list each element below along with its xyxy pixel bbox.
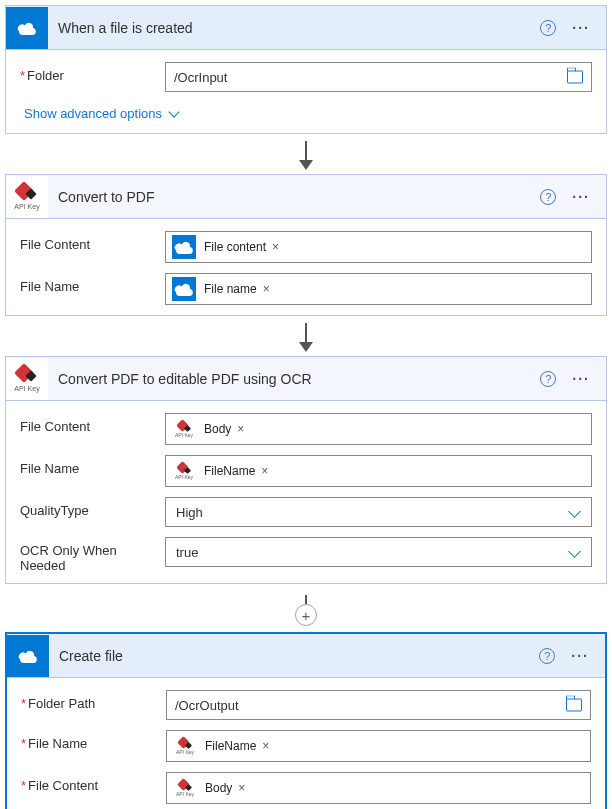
card-header[interactable]: API Key Convert to PDF ? ···	[6, 175, 606, 219]
apikey-mini-icon: API Key	[173, 734, 197, 758]
advanced-label: Show advanced options	[24, 106, 162, 121]
token-file-content[interactable]: File content ×	[172, 235, 287, 259]
filename-input[interactable]: File name ×	[165, 273, 592, 305]
onedrive-icon	[172, 235, 196, 259]
remove-token-icon[interactable]: ×	[238, 781, 245, 795]
convert-to-pdf-card: API Key Convert to PDF ? ··· File Conten…	[5, 174, 607, 316]
help-icon[interactable]: ?	[540, 20, 556, 36]
remove-token-icon[interactable]: ×	[272, 240, 279, 254]
onedrive-icon	[172, 277, 196, 301]
qualitytype-label: QualityType	[20, 497, 165, 518]
filecontent-input[interactable]: API Key Body ×	[165, 413, 592, 445]
create-file-card: Create file ? ··· Folder Path /OcrOutput…	[5, 632, 607, 809]
folder-picker-icon[interactable]	[566, 699, 582, 712]
more-menu[interactable]: ···	[570, 189, 592, 205]
filename-input[interactable]: API Key FileName ×	[166, 730, 591, 762]
filecontent-label: File Content	[21, 772, 166, 793]
ocronly-label: OCR Only When Needed	[20, 537, 165, 573]
folder-input[interactable]: /OcrInput	[165, 62, 592, 92]
trigger-card: When a file is created ? ··· Folder /Ocr…	[5, 5, 607, 134]
onedrive-icon	[6, 7, 48, 49]
card-title: Convert to PDF	[58, 189, 540, 205]
card-title: When a file is created	[58, 20, 540, 36]
ocronly-select[interactable]: true	[165, 537, 592, 567]
card-title: Create file	[59, 648, 539, 664]
filename-label: File Name	[20, 273, 165, 294]
card-title: Convert PDF to editable PDF using OCR	[58, 371, 540, 387]
help-icon[interactable]: ?	[540, 189, 556, 205]
onedrive-icon	[7, 635, 49, 677]
folderpath-label: Folder Path	[21, 690, 166, 711]
filename-label: File Name	[21, 730, 166, 751]
apikey-icon: API Key	[6, 358, 48, 400]
more-menu[interactable]: ···	[569, 648, 591, 664]
card-header[interactable]: Create file ? ···	[7, 634, 605, 678]
token-filename[interactable]: API Key FileName ×	[173, 734, 277, 758]
folder-value: /OcrInput	[174, 70, 227, 85]
card-header[interactable]: API Key Convert PDF to editable PDF usin…	[6, 357, 606, 401]
filecontent-input[interactable]: API Key Body ×	[166, 772, 591, 804]
apikey-mini-icon: API Key	[173, 776, 197, 800]
apikey-mini-icon: API Key	[172, 417, 196, 441]
remove-token-icon[interactable]: ×	[261, 464, 268, 478]
token-filename[interactable]: API Key FileName ×	[172, 459, 276, 483]
more-menu[interactable]: ···	[570, 20, 592, 36]
remove-token-icon[interactable]: ×	[237, 422, 244, 436]
add-step-button[interactable]: +	[295, 604, 317, 626]
filename-label: File Name	[20, 455, 165, 476]
token-body[interactable]: API Key Body ×	[173, 776, 253, 800]
filecontent-label: File Content	[20, 231, 165, 252]
folder-label: Folder	[20, 62, 165, 83]
filename-input[interactable]: API Key FileName ×	[165, 455, 592, 487]
remove-token-icon[interactable]: ×	[262, 739, 269, 753]
card-header[interactable]: When a file is created ? ···	[6, 6, 606, 50]
convert-ocr-card: API Key Convert PDF to editable PDF usin…	[5, 356, 607, 584]
filecontent-label: File Content	[20, 413, 165, 434]
ocronly-value: true	[176, 545, 198, 560]
connector-arrow	[5, 134, 607, 174]
remove-token-icon[interactable]: ×	[263, 282, 270, 296]
help-icon[interactable]: ?	[539, 648, 555, 664]
folderpath-input[interactable]: /OcrOutput	[166, 690, 591, 720]
connector-arrow	[5, 316, 607, 356]
token-file-name[interactable]: File name ×	[172, 277, 278, 301]
folderpath-value: /OcrOutput	[175, 698, 239, 713]
more-menu[interactable]: ···	[570, 371, 592, 387]
connector-arrow: +	[5, 584, 607, 624]
apikey-icon: API Key	[6, 176, 48, 218]
help-icon[interactable]: ?	[540, 371, 556, 387]
qualitytype-value: High	[176, 505, 203, 520]
show-advanced-link[interactable]: Show advanced options	[20, 102, 178, 123]
filecontent-input[interactable]: File content ×	[165, 231, 592, 263]
qualitytype-select[interactable]: High	[165, 497, 592, 527]
folder-picker-icon[interactable]	[567, 71, 583, 84]
chevron-down-icon	[168, 106, 179, 117]
apikey-mini-icon: API Key	[172, 459, 196, 483]
token-body[interactable]: API Key Body ×	[172, 417, 252, 441]
